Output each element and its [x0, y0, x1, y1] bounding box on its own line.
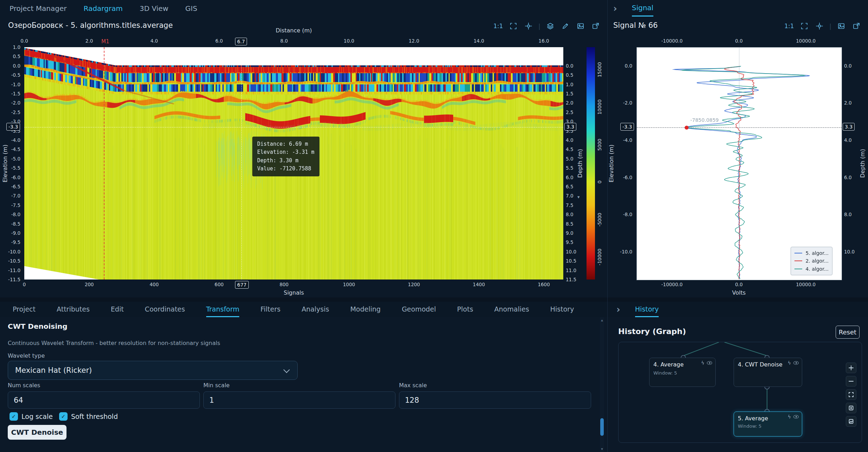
- tick-label: 4.5: [566, 146, 573, 152]
- tick-label: -10000: [597, 249, 602, 265]
- process-icon: ϟ: [788, 360, 791, 365]
- panel-tab[interactable]: Modeling: [350, 302, 380, 317]
- export-image-icon[interactable]: [851, 21, 862, 31]
- checkbox-icon[interactable]: [59, 412, 68, 421]
- panel-tab[interactable]: History: [550, 302, 574, 317]
- node-icons: ϟ: [788, 360, 799, 365]
- value-tooltip: Distance: 6.69 mElevation: -3.31 mDepth:…: [252, 137, 319, 176]
- eye-icon[interactable]: [793, 415, 799, 419]
- legend-item[interactable]: 5. algor...: [794, 249, 829, 257]
- depth-axis-dropdown-icon[interactable]: ▾: [577, 194, 580, 200]
- process-icon: ϟ: [701, 360, 704, 365]
- nav-tab[interactable]: GIS: [185, 4, 197, 13]
- tick-label: 0.0: [20, 38, 28, 44]
- panel-tab[interactable]: Coordinates: [145, 302, 185, 317]
- panel-divider: [607, 0, 608, 452]
- tick-label: 800: [279, 282, 289, 287]
- crosshair-horizontal-line: [24, 127, 563, 127]
- collapse-history-panel-icon[interactable]: ›: [616, 305, 620, 314]
- snapshot-icon[interactable]: [836, 21, 847, 31]
- legend-label: 2. algor...: [805, 257, 829, 265]
- scroll-down-icon[interactable]: ▾: [600, 447, 604, 451]
- fit-view-icon[interactable]: [814, 21, 825, 31]
- tick-label: 0.0: [735, 38, 742, 44]
- tick-label: 1600: [538, 282, 550, 287]
- tick-label: 0: [23, 282, 26, 287]
- tab-signal[interactable]: Signal: [632, 0, 653, 17]
- frame-button[interactable]: [846, 403, 856, 413]
- scrollbar[interactable]: ▴ ▾: [600, 317, 604, 452]
- layers-icon[interactable]: [545, 21, 556, 31]
- process-icon: ϟ: [788, 414, 791, 419]
- nav-tab[interactable]: Radargram: [83, 4, 122, 13]
- panel-tab[interactable]: Anomalies: [494, 302, 529, 317]
- cwt-denoise-button[interactable]: CWT Denoise: [8, 425, 66, 440]
- panel-tab[interactable]: Geomodel: [402, 302, 436, 317]
- history-node-cwt-denoise[interactable]: 4. CWT Denoise ϟ: [734, 358, 802, 387]
- scroll-up-icon[interactable]: ▴: [600, 318, 604, 322]
- export-image-button[interactable]: [846, 416, 856, 427]
- legend-item[interactable]: 4. algor...: [794, 265, 829, 273]
- panel-tab[interactable]: Filters: [260, 302, 280, 317]
- field-input[interactable]: [203, 391, 395, 409]
- field-label: Min scale: [203, 382, 395, 389]
- scrollbar-thumb[interactable]: [600, 418, 604, 436]
- tick-label: -2.5: [11, 109, 20, 115]
- field-input[interactable]: [399, 391, 591, 409]
- panel-tab[interactable]: Edit: [111, 302, 124, 317]
- panel-tab[interactable]: Transform: [206, 302, 240, 317]
- nav-tab[interactable]: Project Manager: [9, 4, 66, 13]
- export-image-icon[interactable]: [590, 21, 601, 31]
- tick-label: 1.0: [13, 44, 20, 50]
- fullscreen-icon[interactable]: [799, 21, 810, 31]
- panel-tab[interactable]: Attributes: [57, 302, 90, 317]
- collapse-signal-panel-icon[interactable]: ›: [613, 4, 617, 13]
- signal-canvas[interactable]: [637, 48, 842, 280]
- eye-icon[interactable]: [793, 361, 799, 365]
- panel-tab[interactable]: Plots: [457, 302, 473, 317]
- checkbox-option[interactable]: Soft threshold: [59, 412, 118, 421]
- graph-zoom-toolbar: [846, 363, 856, 427]
- crosshair-depth-readout: 3.3: [843, 123, 855, 131]
- tick-label: 0: [597, 181, 602, 184]
- wavelet-type-select[interactable]: Mexican Hat (Ricker): [8, 361, 298, 380]
- node-icons: ϟ: [701, 360, 712, 365]
- tick-label: -2.0: [11, 100, 20, 106]
- history-node-average-4[interactable]: 4. Average Window: 5 ϟ: [649, 358, 716, 387]
- fit-view-icon[interactable]: [523, 21, 534, 31]
- fullscreen-icon[interactable]: [508, 21, 519, 31]
- history-graph[interactable]: 4. Average Window: 5 ϟ 4. CWT Denoise ϟ …: [618, 342, 862, 443]
- tick-label: 15000: [597, 62, 602, 77]
- scale-1-1-button[interactable]: 1:1: [493, 21, 503, 31]
- tick-label: 0.0: [566, 63, 573, 69]
- marker-m1-label[interactable]: M1: [101, 38, 109, 45]
- history-node-average-5[interactable]: 5. Average Window: 5 ϟ: [734, 412, 802, 437]
- eye-icon[interactable]: [707, 361, 712, 365]
- checkbox-option[interactable]: Log scale: [9, 412, 53, 421]
- panel-tab[interactable]: Project: [13, 302, 36, 317]
- tick-label: 6.5: [566, 184, 573, 189]
- fit-view-button[interactable]: [846, 389, 856, 400]
- tick-label: -10.0: [8, 249, 20, 255]
- snapshot-icon[interactable]: [575, 21, 586, 31]
- sample-value-label: -7850.0859: [690, 117, 719, 123]
- nav-tab[interactable]: 3D View: [140, 4, 169, 13]
- tab-history[interactable]: History: [635, 302, 659, 317]
- tick-label: 600: [215, 282, 224, 287]
- draw-icon[interactable]: [560, 21, 571, 31]
- panel-tab[interactable]: Analysis: [302, 302, 329, 317]
- signal-plot[interactable]: -7850.0859 5. algor... 2. algor... 4. al…: [636, 47, 842, 280]
- tooltip-line: Elevation: -3.31 m: [257, 148, 315, 156]
- legend-item[interactable]: 2. algor...: [794, 257, 829, 265]
- radargram-plot[interactable]: Distance: 6.69 mElevation: -3.31 mDepth:…: [24, 47, 563, 280]
- scale-1-1-button[interactable]: 1:1: [784, 21, 794, 31]
- field-input[interactable]: [8, 391, 200, 409]
- zoom-in-button[interactable]: [846, 363, 856, 373]
- reset-button[interactable]: Reset: [836, 326, 860, 339]
- legend-label: 4. algor...: [805, 265, 829, 273]
- tick-label: -5000: [597, 213, 602, 226]
- zoom-out-button[interactable]: [846, 376, 856, 387]
- checkbox-icon[interactable]: [9, 412, 18, 421]
- tick-label: -9.5: [11, 239, 20, 245]
- history-heading: History (Graph): [618, 327, 686, 336]
